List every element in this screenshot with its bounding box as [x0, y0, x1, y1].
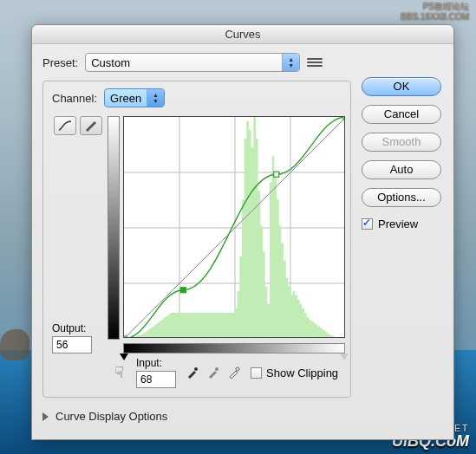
- disclosure-triangle-icon[interactable]: [42, 412, 49, 421]
- white-point-slider[interactable]: [340, 353, 349, 360]
- ok-button[interactable]: OK: [362, 77, 441, 96]
- svg-point-12: [215, 367, 218, 371]
- channel-dropdown[interactable]: Green ▲▼: [104, 88, 165, 107]
- output-label: Output:: [52, 322, 104, 334]
- auto-button[interactable]: Auto: [362, 160, 441, 179]
- curve-fieldset: Channel: Green ▲▼ Output:: [42, 81, 351, 398]
- curve-tool-button[interactable]: [54, 116, 76, 135]
- input-label: Input:: [136, 357, 176, 369]
- smooth-button[interactable]: Smooth: [362, 133, 441, 152]
- black-point-slider[interactable]: [120, 353, 128, 360]
- preset-menu-icon[interactable]: [307, 55, 323, 69]
- svg-rect-8: [180, 288, 186, 293]
- curve-display-options-label[interactable]: Curve Display Options: [55, 410, 167, 423]
- input-gradient[interactable]: [123, 343, 345, 353]
- preset-label: Preset:: [42, 56, 78, 69]
- white-eyedropper-icon[interactable]: [226, 365, 242, 380]
- show-clipping-checkbox[interactable]: [251, 367, 262, 379]
- preview-checkbox[interactable]: [362, 218, 373, 230]
- svg-rect-9: [274, 172, 279, 177]
- preset-dropdown[interactable]: Custom ▲▼: [85, 53, 300, 72]
- gray-eyedropper-icon[interactable]: [205, 365, 221, 380]
- black-eyedropper-icon[interactable]: [185, 365, 200, 380]
- curve-grid[interactable]: [123, 116, 345, 338]
- preset-value: Custom: [91, 56, 130, 69]
- output-gradient: [108, 116, 120, 340]
- channel-value: Green: [110, 92, 141, 105]
- watermark-top-2: BBS.16XX8.COM: [401, 12, 469, 23]
- svg-rect-10: [343, 117, 345, 120]
- show-clipping-label: Show Clipping: [266, 366, 338, 379]
- svg-rect-7: [124, 336, 127, 338]
- cancel-button[interactable]: Cancel: [362, 105, 441, 124]
- targeted-adjust-icon[interactable]: ☟: [114, 363, 124, 382]
- pencil-tool-button[interactable]: [80, 116, 102, 135]
- preview-label: Preview: [378, 217, 418, 230]
- chevron-updown-icon: ▲▼: [147, 89, 164, 107]
- output-field[interactable]: [52, 336, 92, 353]
- channel-label: Channel:: [52, 92, 97, 105]
- curves-dialog: Curves Preset: Custom ▲▼ Channel: Green …: [31, 24, 454, 440]
- watermark-top-1: PS教程论坛: [401, 2, 469, 12]
- svg-point-11: [194, 367, 198, 371]
- dialog-title: Curves: [32, 25, 453, 44]
- svg-point-13: [236, 367, 239, 371]
- chevron-updown-icon: ▲▼: [282, 54, 299, 71]
- input-field[interactable]: [136, 371, 176, 388]
- options-button[interactable]: Options...: [362, 188, 441, 207]
